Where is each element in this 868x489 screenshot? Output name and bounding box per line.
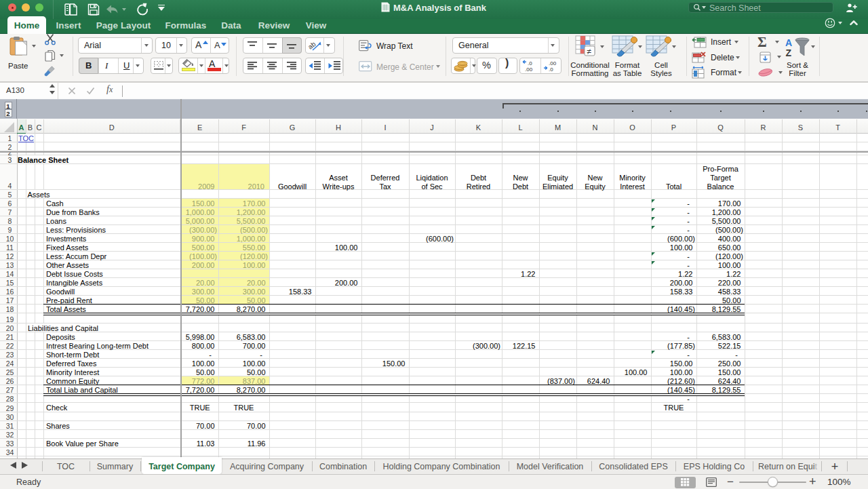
svg-text:.0: .0 xyxy=(549,66,553,73)
svg-text:.00: .00 xyxy=(549,60,557,66)
svg-text:.0: .0 xyxy=(528,60,532,66)
svg-text:.00: .00 xyxy=(525,66,533,73)
svg-text:ab: ab xyxy=(309,40,317,51)
svg-text:Z: Z xyxy=(786,47,792,58)
svg-text:A: A xyxy=(785,37,792,48)
svg-text:≠: ≠ xyxy=(587,47,592,56)
